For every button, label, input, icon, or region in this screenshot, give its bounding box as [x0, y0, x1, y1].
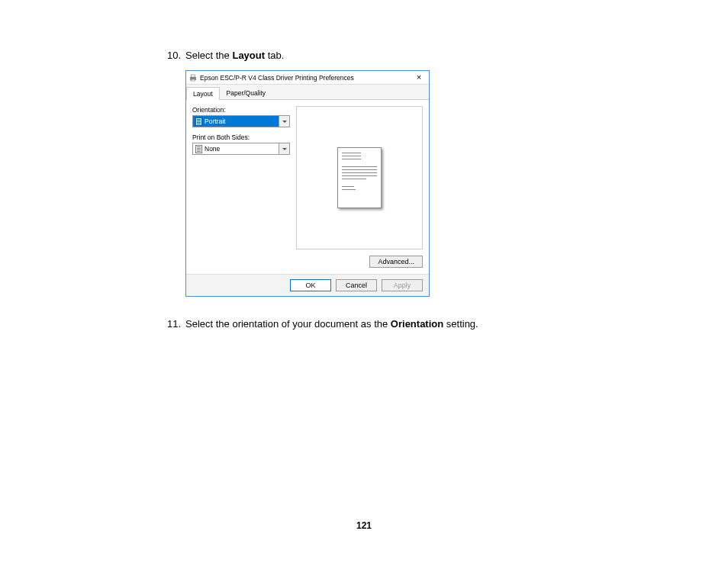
text-after: tab. — [265, 50, 284, 61]
orientation-select[interactable]: Portrait — [192, 115, 290, 127]
combo-value: None — [193, 143, 279, 154]
combo-value: Portrait — [193, 116, 279, 127]
apply-button[interactable]: Apply — [382, 279, 423, 291]
tabs: Layout Paper/Quality — [186, 85, 429, 100]
screenshot-figure: Epson ESC/P-R V4 Class Driver Printing P… — [185, 70, 728, 297]
printing-preferences-dialog: Epson ESC/P-R V4 Class Driver Printing P… — [185, 70, 430, 297]
step-10: 10. Select the Layout tab. — [164, 50, 728, 61]
portrait-icon — [195, 117, 202, 126]
tab-layout[interactable]: Layout — [186, 87, 220, 100]
text-bold: Orientation — [391, 318, 443, 330]
advanced-row: Advanced... — [186, 253, 429, 274]
document-page: 10. Select the Layout tab. Epson ESC/P-R… — [0, 0, 728, 330]
tab-paper-quality[interactable]: Paper/Quality — [220, 86, 273, 99]
text-bold: Layout — [232, 50, 265, 61]
step-text: Select the Layout tab. — [185, 50, 728, 61]
both-sides-select[interactable]: None — [192, 143, 290, 155]
step-number: 10. — [164, 50, 181, 61]
step-11: 11. Select the orientation of your docum… — [164, 318, 728, 330]
dialog-title: Epson ESC/P-R V4 Class Driver Printing P… — [200, 74, 412, 82]
titlebar: Epson ESC/P-R V4 Class Driver Printing P… — [186, 71, 429, 85]
page-icon — [195, 145, 202, 153]
both-sides-label: Print on Both Sides: — [192, 134, 290, 141]
chevron-down-icon[interactable] — [279, 116, 289, 127]
page-number: 121 — [0, 520, 728, 531]
orientation-label: Orientation: — [192, 106, 290, 114]
text-before: Select the orientation of your document … — [185, 318, 391, 330]
both-sides-value: None — [205, 145, 220, 153]
settings-column: Orientation: Portrait Print on Both Side… — [192, 106, 290, 249]
close-button[interactable]: × — [412, 73, 426, 82]
step-text: Select the orientation of your document … — [185, 318, 728, 330]
advanced-button[interactable]: Advanced... — [369, 256, 423, 268]
dialog-body: Orientation: Portrait Print on Both Side… — [186, 100, 429, 253]
preview-pane — [296, 106, 423, 249]
chevron-down-icon[interactable] — [279, 143, 289, 154]
step-number: 11. — [164, 318, 181, 330]
orientation-value: Portrait — [205, 117, 225, 125]
printer-icon — [189, 74, 197, 82]
page-preview-thumbnail — [337, 147, 382, 208]
ok-button[interactable]: OK — [290, 279, 331, 291]
svg-rect-1 — [192, 75, 195, 77]
text-before: Select the — [185, 50, 232, 61]
dialog-footer: OK Cancel Apply — [186, 274, 429, 296]
svg-rect-2 — [192, 79, 195, 81]
cancel-button[interactable]: Cancel — [336, 279, 377, 291]
text-after: setting. — [443, 318, 478, 330]
